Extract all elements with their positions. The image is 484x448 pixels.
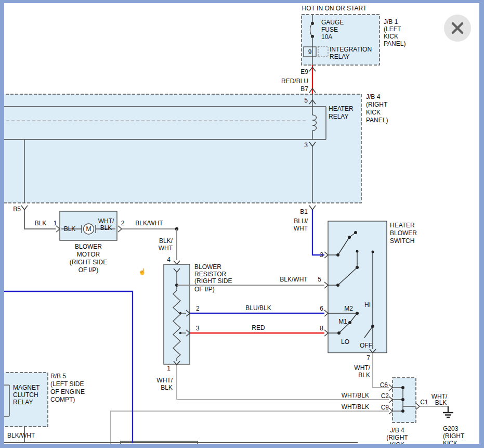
fuse-label-3: 10A: [321, 33, 332, 41]
motor-caption-4: OF I/P): [79, 266, 99, 274]
heater-blower-switch: [312, 210, 389, 388]
switch-out-wire-label-2: BLK: [358, 372, 370, 379]
motor-m-symbol: M: [86, 225, 91, 233]
jb4-small-caption-2: (RIGHT: [386, 434, 408, 441]
blkwht-bottom-label: BLK/WHT: [7, 432, 35, 439]
rb5-label-3: OF ENGINE: [50, 388, 85, 395]
c6-label: C6: [380, 381, 388, 389]
switch-out-wire-label-1: WHT/: [354, 364, 370, 372]
rb5-label-4: COMPT): [50, 396, 75, 403]
bottom-wires: [1, 400, 389, 448]
motor-caption-2: MOTOR: [77, 251, 100, 258]
jb1-label-1: J/B 1: [384, 18, 398, 25]
switch-hi-label: HI: [364, 301, 371, 309]
motor-pin2-label: 2: [121, 220, 125, 227]
rb5-label-2: (LEFT SIDE: [50, 380, 84, 388]
whtblk-c9-wire-label: WHT/BLK: [342, 403, 369, 411]
heater-relay-label-2: RELAY: [329, 113, 348, 120]
red-blu-label: RED/BLU: [281, 78, 308, 85]
window-frame-left: [0, 0, 4, 448]
b7-label: B7: [300, 85, 308, 93]
resistor-drop-wire-label-1: BLK/: [159, 237, 173, 245]
resistor-pin1-label: 1: [167, 365, 171, 372]
resistor-caption-4: OF I/P): [194, 286, 215, 293]
fuse-label-1: GAUGE: [321, 19, 344, 26]
motor-pin1-label: 1: [54, 220, 57, 227]
rb5-label-1: R/B 5: [50, 373, 66, 380]
g203-label-1: G203: [443, 425, 459, 432]
blu-wht-wire-label-2: WHT: [294, 225, 308, 232]
blu-wht-wire-label-1: BLU/: [294, 217, 308, 225]
switch-caption-2: BLOWER: [390, 229, 417, 237]
window-frame-right: [479, 0, 484, 448]
switch-pin7-label: 7: [367, 354, 370, 362]
switch-pin8-label: 8: [320, 325, 323, 332]
window-frame-top: [0, 0, 484, 3]
c1-wire-label-2: BLK: [435, 399, 447, 406]
wiring-diagram: HOT IN ON OR START GAUGE FUSE 10A 9 INTE…: [0, 0, 484, 448]
jb1-label-3: KICK: [384, 33, 398, 40]
switch-caption-3: SWITCH: [390, 237, 414, 245]
b5-label: B5: [13, 206, 21, 213]
fuse-label-2: FUSE: [321, 26, 338, 33]
window-frame-bottom: [0, 444, 484, 448]
blu-blk-wire-label: BLU/BLK: [245, 304, 271, 312]
jb4-small-caption-1: J/B 4: [390, 427, 404, 434]
switch-lo-label: LO: [341, 338, 349, 345]
resistor-caption-1: BLOWER: [194, 263, 221, 271]
magnet-caption-2: CLUTCH: [13, 391, 38, 399]
switch-pin6-label: 6: [320, 305, 323, 312]
close-icon: [444, 15, 471, 42]
magnet-caption-1: MAGNET: [13, 384, 40, 391]
resistor-pin2-label: 2: [196, 305, 200, 312]
integration-relay-label-2: RELAY: [330, 53, 349, 60]
switch-m2-label: M2: [344, 305, 353, 312]
wiring-diagram-viewer: HOT IN ON OR START GAUGE FUSE 10A 9 INTE…: [0, 0, 484, 448]
e9-label: E9: [300, 68, 308, 75]
blkwht-to-switch-label: BLK/WHT: [280, 276, 308, 283]
pin9-label: 9: [308, 48, 312, 56]
switch-m1-label: M1: [338, 318, 347, 325]
resistor-drop-wire-label-2: WHT: [159, 245, 173, 252]
resistor-caption-2: RESISTOR: [194, 271, 226, 278]
motor-caption-3: (RIGHT SIDE: [70, 259, 107, 266]
c2-label: C2: [381, 392, 389, 400]
jb4-label-4: PANEL): [366, 117, 388, 124]
resistor-caption-3: (RIGHT SIDE: [194, 277, 232, 285]
switch-pin5-label: 5: [318, 276, 321, 283]
jb4-label-2: (RIGHT: [366, 101, 388, 108]
ground-g203-symbol: [443, 406, 453, 417]
motor-whtblk-label-2: BLK: [100, 224, 112, 232]
relay-pin3-label: 3: [304, 142, 308, 149]
magnet-caption-3: RELAY: [13, 399, 33, 406]
motor-whtblk-label-1: WHT/: [98, 217, 114, 225]
motor-wire-in-label: BLK: [35, 220, 47, 227]
b1-label: B1: [300, 208, 308, 215]
heater-relay-label-1: HEATER: [329, 105, 354, 112]
c1-label: C1: [420, 399, 428, 406]
resistor-pin4-label: 4: [167, 256, 171, 263]
jb1-label-4: PANEL): [384, 40, 405, 47]
hot-in-on-label: HOT IN ON OR START: [302, 5, 367, 12]
red-wire-label: RED: [252, 324, 265, 331]
jb4-heater-relay-box: [1, 94, 361, 210]
resistor-out-wire-label-1: WHT/: [156, 377, 173, 384]
resistor-out-wire-label-2: BLK: [161, 384, 173, 391]
blower-resistor: [164, 229, 324, 400]
jb4-label-3: KICK: [366, 109, 381, 116]
close-button[interactable]: [444, 15, 471, 42]
c9-label: C9: [381, 404, 389, 411]
motor-blk-label: BLK: [64, 225, 76, 233]
switch-caption-1: HEATER: [390, 222, 415, 229]
g203-label-2: (RIGHT: [443, 432, 465, 440]
relay-pin5-label: 5: [304, 97, 308, 104]
switch-off-label: OFF: [360, 342, 372, 349]
jb4-label-1: J/B 4: [366, 93, 381, 100]
jb1-label-2: (LEFT: [384, 25, 401, 33]
motor-caption-1: BLOWER: [75, 243, 102, 250]
integration-relay-label-1: INTEGRATION: [330, 46, 372, 53]
resistor-pin3-label: 3: [196, 325, 200, 332]
blkwht-wire-label: BLK/WHT: [135, 220, 163, 227]
red-blu-feed-wire: [309, 65, 316, 94]
switch-pin3-label: 3: [320, 251, 323, 259]
